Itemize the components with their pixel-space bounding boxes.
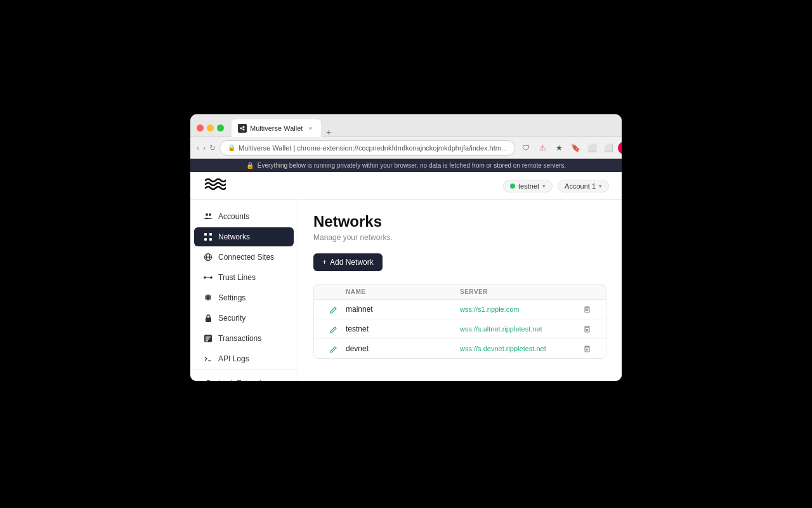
add-network-button[interactable]: + Add Network	[313, 253, 383, 271]
sidebar-item-settings[interactable]: Settings	[194, 288, 294, 307]
connected-sites-icon	[203, 252, 213, 262]
sidebar-transactions-label: Transactions	[218, 334, 261, 343]
settings-icon	[203, 293, 213, 303]
transactions-icon	[203, 333, 213, 344]
account-label: Account 1	[565, 182, 596, 190]
sidebar-item-connected-sites[interactable]: Connected Sites	[194, 248, 294, 267]
browser-titlebar: Multiverse Wallet × +	[190, 114, 622, 137]
network-label: testnet	[518, 182, 539, 190]
refresh-button[interactable]: ↻	[209, 140, 216, 156]
sidebar: Accounts Networks	[190, 200, 298, 381]
trust-lines-icon	[203, 272, 213, 283]
svg-rect-18	[206, 337, 211, 338]
svg-rect-29	[585, 347, 589, 352]
shield-icon[interactable]: 🛡	[519, 141, 533, 155]
delete-mainnet-button[interactable]	[574, 305, 599, 314]
svg-point-15	[211, 277, 212, 278]
reader-view-icon[interactable]: 🔖	[568, 141, 582, 155]
privacy-banner: 🔒 Everything below is running privately …	[190, 159, 622, 172]
account-selector[interactable]: Account 1 ▾	[558, 180, 609, 192]
container-icon[interactable]: ⬜	[585, 141, 599, 155]
sidebar-item-transactions[interactable]: Transactions	[194, 329, 294, 348]
sidebar-item-security[interactable]: Security	[194, 309, 294, 328]
svg-rect-23	[585, 308, 589, 312]
warning-icon: ⚠	[535, 141, 549, 155]
sidebar-item-networks[interactable]: Networks	[194, 227, 294, 246]
browser-window: Multiverse Wallet × + ‹ › ↻ 🔒 Multiverse…	[190, 114, 622, 381]
networks-table: NAME SERVER mainnet wss://s1.ripple.com	[313, 284, 606, 359]
sidebar-lock-label: Lock Extension	[218, 379, 270, 381]
address-text: Multiverse Wallet | chrome-extension://c…	[239, 144, 507, 152]
new-tab-button[interactable]: +	[322, 127, 335, 137]
tab-favicon	[238, 124, 247, 133]
traffic-lights	[197, 124, 224, 131]
table-row: mainnet wss://s1.ripple.com	[314, 300, 606, 319]
security-icon	[203, 313, 213, 323]
sidebar-api-label: API Logs	[218, 354, 249, 363]
browser-tab[interactable]: Multiverse Wallet ×	[232, 119, 321, 137]
tab-title: Multiverse Wallet	[250, 124, 303, 132]
tab-bar: Multiverse Wallet × +	[232, 119, 615, 137]
delete-devnet-button[interactable]	[574, 345, 599, 353]
sidebar-bottom: Lock Extension	[190, 369, 298, 381]
svg-point-6	[209, 213, 211, 216]
app-content: testnet ▾ Account 1 ▾	[190, 172, 622, 381]
edit-devnet-button[interactable]	[320, 345, 346, 353]
bookmark-star-icon[interactable]: ★	[552, 141, 566, 155]
minimize-traffic-light[interactable]	[207, 124, 214, 131]
svg-rect-26	[585, 328, 589, 332]
svg-rect-16	[206, 318, 211, 322]
app-header: testnet ▾ Account 1 ▾	[190, 172, 622, 200]
devnet-name: devnet	[346, 344, 460, 353]
banner-text: Everything below is running privately wi…	[258, 162, 566, 169]
sidebar-accounts-label: Accounts	[218, 212, 249, 221]
window-icon[interactable]: ⬜	[601, 141, 615, 155]
maximize-traffic-light[interactable]	[217, 124, 224, 131]
mainnet-name: mainnet	[346, 305, 460, 314]
api-logs-icon	[203, 354, 213, 364]
address-bar[interactable]: 🔒 Multiverse Wallet | chrome-extension:/…	[219, 140, 515, 156]
sidebar-security-label: Security	[218, 314, 246, 323]
header-right: testnet ▾ Account 1 ▾	[503, 180, 609, 192]
svg-rect-10	[209, 238, 212, 241]
banner-lock-icon: 🔒	[246, 162, 254, 169]
network-selector[interactable]: testnet ▾	[503, 180, 553, 192]
sidebar-networks-label: Networks	[218, 232, 250, 241]
extension-icon[interactable]: M	[618, 142, 622, 154]
network-status-dot	[510, 184, 515, 189]
edit-testnet-button[interactable]	[320, 325, 346, 333]
page-title: Networks	[313, 213, 606, 231]
browser-toolbar: ‹ › ↻ 🔒 Multiverse Wallet | chrome-exten…	[190, 137, 622, 159]
svg-rect-9	[204, 238, 207, 241]
main-layout: Accounts Networks	[190, 200, 622, 381]
page-subtitle: Manage your networks.	[313, 233, 606, 242]
accounts-icon	[203, 211, 213, 222]
mainnet-server: wss://s1.ripple.com	[460, 305, 574, 313]
close-traffic-light[interactable]	[197, 124, 204, 131]
svg-rect-8	[209, 233, 212, 236]
delete-testnet-button[interactable]	[574, 325, 599, 333]
svg-point-5	[206, 213, 208, 216]
lock-icon	[203, 378, 213, 381]
sidebar-item-accounts[interactable]: Accounts	[194, 207, 294, 226]
devnet-server: wss://s.devnet.rippletest.net	[460, 345, 574, 352]
back-button[interactable]: ‹	[197, 140, 199, 156]
sidebar-item-lock[interactable]: Lock Extension	[194, 374, 294, 381]
sidebar-trust-label: Trust Lines	[218, 273, 256, 282]
table-row: devnet wss://s.devnet.rippletest.net	[314, 339, 606, 358]
account-chevron-icon: ▾	[599, 183, 602, 189]
toolbar-icons: 🛡 ⚠ ★ 🔖 ⬜ ⬜ M ≡	[519, 141, 622, 155]
add-network-label: Add Network	[330, 258, 374, 267]
testnet-server: wss://s.altnet.rippletest.net	[460, 325, 574, 333]
tab-close-button[interactable]: ×	[306, 124, 315, 133]
sidebar-item-api-logs[interactable]: API Logs	[194, 349, 294, 368]
app-logo	[203, 177, 226, 195]
forward-button[interactable]: ›	[203, 140, 206, 156]
address-lock-icon: 🔒	[228, 144, 235, 151]
add-network-icon: +	[322, 258, 327, 267]
testnet-name: testnet	[346, 324, 460, 333]
edit-mainnet-button[interactable]	[320, 305, 346, 314]
sidebar-settings-label: Settings	[218, 293, 246, 302]
svg-point-14	[204, 277, 206, 278]
sidebar-item-trust-lines[interactable]: Trust Lines	[194, 268, 294, 287]
